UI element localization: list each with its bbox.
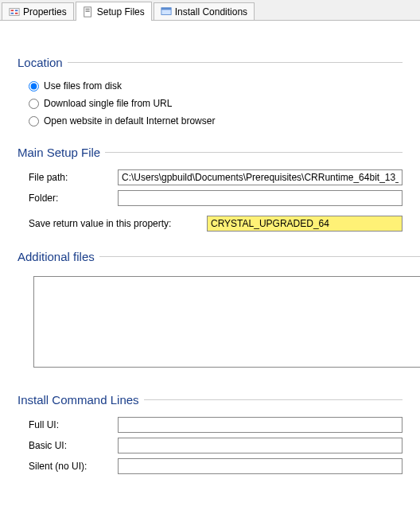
basic-ui-input[interactable] <box>118 438 402 453</box>
radio-open-website[interactable] <box>29 116 39 127</box>
tab-setup-files-label: Setup Files <box>97 6 145 18</box>
silent-ui-label: Silent (no UI): <box>29 461 118 472</box>
tab-bar: Properties Setup Files Install Condition… <box>0 0 420 21</box>
save-return-label: Save return value in this property: <box>29 218 207 229</box>
file-path-label: File path: <box>29 172 118 183</box>
setup-files-icon <box>83 6 94 18</box>
svg-rect-2 <box>15 10 18 11</box>
additional-files-legend: Additional files <box>18 250 99 263</box>
save-return-input[interactable] <box>207 216 402 232</box>
install-cmd-legend: Install Command Lines <box>18 393 144 407</box>
svg-rect-0 <box>10 8 19 15</box>
full-ui-input[interactable] <box>118 417 402 433</box>
properties-icon <box>9 6 20 18</box>
svg-rect-7 <box>85 10 89 10</box>
svg-rect-10 <box>161 7 171 10</box>
radio-use-files-from-disk-label: Use files from disk <box>44 80 122 91</box>
svg-rect-3 <box>11 12 14 14</box>
full-ui-label: Full UI: <box>29 419 118 430</box>
tab-properties-label: Properties <box>23 6 67 18</box>
radio-use-files-from-disk[interactable] <box>29 81 39 91</box>
svg-rect-8 <box>85 11 89 12</box>
install-cmd-group: Install Command Lines Full UI: Basic UI:… <box>18 393 402 477</box>
svg-rect-6 <box>85 8 89 9</box>
folder-input[interactable] <box>118 190 402 206</box>
location-group: Location Use files from disk Download si… <box>18 56 402 130</box>
radio-open-website-label: Open website in default Internet browser <box>44 115 215 127</box>
main-setup-legend: Main Setup File <box>18 146 105 159</box>
tab-setup-files[interactable]: Setup Files <box>76 2 152 21</box>
tab-install-conditions[interactable]: Install Conditions <box>154 2 255 20</box>
location-legend: Location <box>18 56 68 69</box>
svg-rect-1 <box>11 10 14 11</box>
content-area: Location Use files from disk Download si… <box>0 21 420 477</box>
additional-files-listbox[interactable] <box>33 276 420 368</box>
file-path-input[interactable] <box>118 169 402 185</box>
main-setup-group: Main Setup File File path: Folder: Save … <box>18 146 402 234</box>
additional-files-group: Additional files <box>18 250 420 368</box>
basic-ui-label: Basic UI: <box>29 440 118 451</box>
folder-label: Folder: <box>29 193 118 204</box>
tab-properties[interactable]: Properties <box>2 2 74 20</box>
tab-install-conditions-label: Install Conditions <box>175 6 247 18</box>
radio-download-from-url[interactable] <box>29 99 39 109</box>
svg-rect-4 <box>15 12 18 14</box>
install-conditions-icon <box>161 6 172 18</box>
radio-download-from-url-label: Download single file from URL <box>44 98 172 109</box>
silent-ui-input[interactable] <box>118 458 402 474</box>
